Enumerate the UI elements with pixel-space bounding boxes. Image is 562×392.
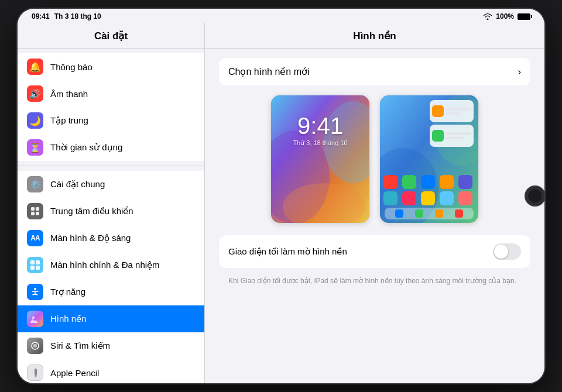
focus-icon: 🌙 [27, 112, 43, 129]
dark-mode-toggle[interactable] [493, 243, 521, 260]
siri-label: Siri & Tìm kiếm [50, 341, 110, 351]
svg-rect-5 [36, 260, 40, 264]
sounds-icon: 🔊 [27, 85, 43, 102]
focus-label: Tập trung [50, 115, 88, 126]
choose-wallpaper-label: Chọn hình nền mới [228, 66, 310, 77]
sidebar-item-wallpaper[interactable]: Hình nền [18, 305, 204, 332]
svg-marker-13 [35, 376, 37, 377]
homescreen-wallpaper [380, 95, 478, 223]
accessibility-label: Trợ năng [50, 287, 85, 297]
wallpaper-icon [27, 311, 43, 327]
status-right: 100% [483, 12, 530, 20]
accessibility-icon [27, 284, 43, 300]
sidebar-item-screentime[interactable]: ⏳ Thời gian sử dụng [18, 134, 204, 161]
right-panel: Hình nền Chọn hình nền mới › [205, 23, 544, 383]
display-label: Màn hình & Độ sáng [50, 233, 131, 243]
sidebar-item-siri[interactable]: Siri & Tìm kiếm [18, 332, 204, 359]
home-button-inner [527, 188, 543, 204]
notifications-label: Thông báo [50, 62, 92, 72]
applepencil-label: Apple Pencil [50, 368, 99, 378]
general-icon: ⚙️ [27, 176, 43, 192]
homescreen-icon [27, 257, 43, 273]
time: 09:41 [32, 12, 50, 20]
svg-rect-3 [36, 212, 39, 215]
notifications-icon: 🔔 [27, 59, 43, 75]
status-bar: 09:41 Th 3 18 thg 10 100% [18, 9, 544, 23]
applepencil-icon [27, 365, 43, 381]
svg-rect-7 [36, 266, 40, 270]
choose-wallpaper-button[interactable]: Chọn hình nền mới › [219, 58, 530, 85]
date: Th 3 18 thg 10 [54, 12, 101, 20]
home-button[interactable] [525, 185, 544, 207]
homescreen-label: Màn hình chính & Đa nhiệm [50, 260, 160, 270]
sidebar-item-homescreen[interactable]: Màn hình chính & Đa nhiệm [18, 252, 204, 278]
dark-mode-toggle-row: Giao diện tối làm mờ hình nền [219, 235, 530, 268]
sidebar: Cài đặt 🔔 Thông báo 🔊 Âm thanh 🌙 Tập tru… [18, 23, 205, 383]
battery-label: 100% [496, 12, 514, 20]
panel-title: Hình nền [205, 23, 544, 49]
dark-mode-hint: Khi Giao diện tối được bật, iPad sẽ làm … [219, 273, 530, 293]
svg-point-9 [32, 317, 35, 319]
dark-mode-label: Giao diện tối làm mờ hình nền [228, 246, 347, 257]
sidebar-item-sounds[interactable]: 🔊 Âm thanh [18, 80, 204, 107]
sidebar-group-1: 🔔 Thông báo 🔊 Âm thanh 🌙 Tập trung ⏳ Thờ… [18, 49, 204, 166]
homescreen-preview[interactable] [379, 95, 479, 223]
dark-mode-section: Giao diện tối làm mờ hình nền [219, 235, 530, 268]
wifi-icon [483, 13, 492, 20]
sidebar-item-display[interactable]: AA Màn hình & Độ sáng [18, 225, 204, 252]
sidebar-item-controlcenter[interactable]: Trung tâm điều khiển [18, 198, 204, 225]
svg-rect-0 [31, 207, 35, 211]
sidebar-item-applepencil[interactable]: Apple Pencil [18, 359, 204, 383]
svg-rect-12 [35, 369, 37, 376]
sidebar-group-2: ⚙️ Cài đặt chung Trung tâm điều khiển [18, 166, 204, 383]
svg-rect-6 [30, 266, 35, 270]
lockscreen-preview[interactable]: 9:41 Thứ 3, 18 tháng 10 [270, 95, 370, 223]
main-content: Cài đặt 🔔 Thông báo 🔊 Âm thanh 🌙 Tập tru… [18, 23, 544, 383]
sounds-label: Âm thanh [50, 89, 88, 99]
lockscreen-wallpaper: 9:41 Thứ 3, 18 tháng 10 [271, 95, 369, 223]
svg-rect-2 [31, 212, 35, 215]
battery-icon [518, 13, 530, 20]
display-icon: AA [27, 230, 43, 246]
screentime-icon: ⏳ [27, 139, 43, 156]
panel-content: Chọn hình nền mới › [205, 49, 544, 302]
svg-rect-4 [30, 260, 35, 264]
sidebar-item-focus[interactable]: 🌙 Tập trung [18, 107, 204, 134]
sidebar-item-notifications[interactable]: 🔔 Thông báo [18, 53, 204, 80]
svg-point-11 [33, 344, 37, 348]
svg-point-8 [34, 288, 36, 290]
controlcenter-icon [27, 203, 43, 219]
sidebar-item-general[interactable]: ⚙️ Cài đặt chung [18, 171, 204, 198]
siri-icon [27, 338, 43, 354]
screentime-label: Thời gian sử dụng [50, 142, 122, 153]
svg-rect-1 [36, 207, 39, 211]
general-label: Cài đặt chung [50, 179, 105, 190]
wallpaper-label: Hình nền [50, 314, 87, 324]
sidebar-item-accessibility[interactable]: Trợ năng [18, 278, 204, 305]
wallpaper-previews: 9:41 Thứ 3, 18 tháng 10 [219, 95, 530, 223]
sidebar-title: Cài đặt [18, 23, 204, 49]
chevron-icon: › [518, 67, 521, 77]
controlcenter-label: Trung tâm điều khiển [50, 206, 133, 216]
